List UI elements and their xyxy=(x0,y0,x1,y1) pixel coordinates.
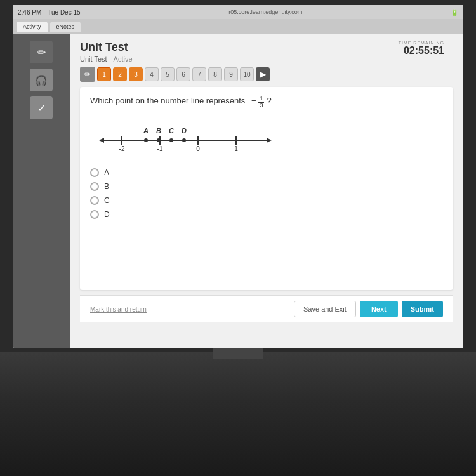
svg-text:-2: -2 xyxy=(119,145,125,152)
check-tool-icon[interactable]: ✓ xyxy=(30,96,53,119)
timer-label: TIME REMAINING xyxy=(399,41,444,45)
option-b-label: B xyxy=(104,182,109,191)
question-btn-4[interactable]: 4 xyxy=(145,67,159,81)
url-bar[interactable]: r05.core.learn.edgenuity.com xyxy=(228,9,302,15)
svg-point-11 xyxy=(144,138,148,142)
option-d[interactable]: D xyxy=(90,210,443,219)
status-badge: Active xyxy=(114,55,133,63)
bottom-bar: Mark this and return Save and Exit Next … xyxy=(80,295,453,322)
svg-point-13 xyxy=(157,138,161,142)
battery-icon: 🔋 xyxy=(451,9,458,16)
pencil-nav-button[interactable]: ✏ xyxy=(80,67,95,82)
svg-marker-1 xyxy=(99,138,104,143)
tab-enotes[interactable]: eNotes xyxy=(50,22,81,32)
svg-point-17 xyxy=(182,138,186,142)
question-btn-9[interactable]: 9 xyxy=(224,67,238,81)
svg-text:D: D xyxy=(182,127,187,135)
headphone-icon[interactable]: 🎧 xyxy=(30,69,53,91)
radio-d[interactable] xyxy=(90,210,99,219)
subtitle-label: Unit Test xyxy=(80,55,107,63)
tab-activity[interactable]: Activity xyxy=(17,22,48,32)
question-btn-10[interactable]: 10 xyxy=(240,67,254,81)
radio-a[interactable] xyxy=(90,168,99,177)
question-btn-1[interactable]: 1 xyxy=(97,67,111,81)
question-btn-7[interactable]: 7 xyxy=(192,67,206,81)
next-question-arrow[interactable]: ▶ xyxy=(256,67,270,81)
option-a[interactable]: A xyxy=(90,168,443,177)
question-navigation: ✏ 1 2 3 4 5 6 7 8 9 10 ▶ xyxy=(80,67,453,82)
number-line: -2 -1 0 1 xyxy=(90,118,443,155)
timer-area: TIME REMAINING 02:55:51 xyxy=(399,41,444,56)
question-btn-5[interactable]: 5 xyxy=(161,67,175,81)
answer-options: A B C D xyxy=(90,168,443,219)
laptop-base xyxy=(0,352,476,476)
save-exit-button[interactable]: Save and Exit xyxy=(294,301,356,317)
fraction-display: 1 3 xyxy=(258,96,264,109)
svg-text:C: C xyxy=(169,127,175,135)
radio-b[interactable] xyxy=(90,182,99,191)
question-btn-3[interactable]: 3 xyxy=(129,67,143,81)
question-text: Which point on the number line represent… xyxy=(90,96,443,109)
question-btn-2[interactable]: 2 xyxy=(113,67,127,81)
pencil-tool-icon[interactable]: ✏ xyxy=(30,41,53,63)
radio-c[interactable] xyxy=(90,196,99,205)
question-btn-6[interactable]: 6 xyxy=(176,67,190,81)
laptop-hinge xyxy=(213,348,263,359)
option-c-label: C xyxy=(104,196,110,205)
svg-text:-1: -1 xyxy=(157,145,163,152)
negative-sign: − xyxy=(251,96,256,105)
svg-text:0: 0 xyxy=(196,145,200,152)
unit-test-header: Unit Test Unit Test Active xyxy=(80,41,453,63)
submit-button[interactable]: Submit xyxy=(402,301,443,317)
svg-text:B: B xyxy=(156,127,161,135)
next-button[interactable]: Next xyxy=(360,301,398,317)
page-title: Unit Test xyxy=(80,41,453,54)
svg-text:1: 1 xyxy=(234,145,238,152)
svg-marker-2 xyxy=(267,138,272,143)
mark-return-link[interactable]: Mark this and return xyxy=(90,306,147,313)
option-d-label: D xyxy=(104,210,110,219)
option-b[interactable]: B xyxy=(90,182,443,191)
svg-point-15 xyxy=(169,138,173,142)
system-date: Tue Dec 15 xyxy=(48,9,80,16)
question-card: Which point on the number line represent… xyxy=(80,87,453,290)
option-c[interactable]: C xyxy=(90,196,443,205)
question-btn-8[interactable]: 8 xyxy=(208,67,222,81)
option-a-label: A xyxy=(104,168,109,177)
system-time: 2:46 PM xyxy=(18,9,41,16)
timer-value: 02:55:51 xyxy=(399,45,444,56)
svg-text:A: A xyxy=(143,127,149,135)
